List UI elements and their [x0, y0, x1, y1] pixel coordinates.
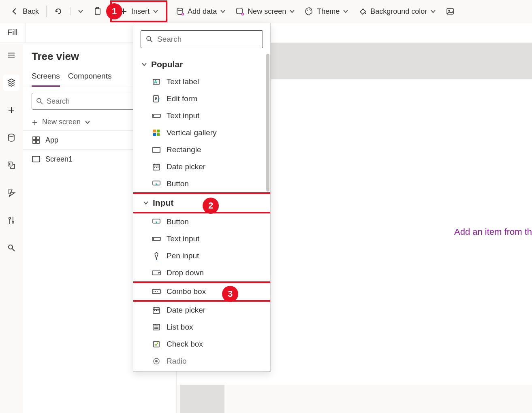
- plus-icon: [32, 119, 38, 126]
- property-selector[interactable]: Fill: [0, 23, 26, 43]
- svg-rect-22: [32, 156, 40, 162]
- tab-components[interactable]: Components: [68, 68, 112, 87]
- insert-item-list-box[interactable]: List box: [133, 319, 270, 336]
- svg-point-42: [155, 291, 156, 292]
- group-label: Input: [153, 198, 173, 208]
- canvas-footer-block: [180, 385, 224, 413]
- chevron-down-icon: [85, 119, 90, 125]
- insert-item-date-picker[interactable]: Date picker: [133, 158, 270, 175]
- image-button[interactable]: [442, 4, 455, 19]
- insert-item-drop-down[interactable]: Drop down: [133, 264, 270, 281]
- background-color-button[interactable]: Background color: [354, 4, 440, 19]
- search-icon: [36, 98, 43, 105]
- svg-rect-46: [156, 310, 157, 311]
- insert-item-button[interactable]: Button: [133, 175, 270, 192]
- calendar-icon: [152, 162, 161, 171]
- chevron-down-icon: [343, 9, 348, 14]
- insert-item-label: Button: [167, 179, 189, 188]
- insert-item-pen-input[interactable]: Pen input: [133, 247, 270, 264]
- insert-item-label: Rectangle: [167, 145, 201, 154]
- insert-item-radio[interactable]: Radio: [133, 353, 270, 370]
- chevron-down-icon: [78, 9, 83, 14]
- search-rail[interactable]: [3, 240, 19, 256]
- combo-box-highlight: Combo box: [133, 281, 270, 302]
- chevron-down-icon: [430, 9, 436, 14]
- insert-item-label: Text input: [167, 234, 199, 243]
- insert-list: Popular Text label Edit form Text input …: [133, 55, 270, 371]
- svg-rect-33: [154, 167, 155, 168]
- insert-item-text-input[interactable]: Text input: [133, 107, 270, 124]
- svg-point-6: [307, 10, 308, 11]
- insert-item-button-2[interactable]: Button: [133, 213, 270, 230]
- svg-point-41: [154, 291, 154, 292]
- pen-icon: [152, 251, 161, 260]
- advanced-tools-rail[interactable]: [3, 212, 19, 228]
- svg-point-15: [12, 221, 14, 223]
- arrow-left-icon: [11, 7, 19, 16]
- insert-item-label: List box: [167, 323, 193, 332]
- insert-item-combo-box[interactable]: Combo box: [135, 283, 269, 300]
- media-rail[interactable]: [3, 157, 19, 173]
- new-screen-button[interactable]: New screen: [231, 4, 299, 19]
- insert-item-date-picker-2[interactable]: Date picker: [133, 302, 270, 319]
- undo-dropdown[interactable]: [74, 5, 88, 17]
- add-data-button[interactable]: Add data: [171, 4, 230, 19]
- theme-button[interactable]: Theme: [301, 4, 353, 19]
- insert-item-label: Button: [167, 217, 189, 226]
- svg-rect-29: [153, 133, 156, 136]
- svg-point-11: [449, 10, 450, 11]
- insert-search[interactable]: [141, 30, 263, 48]
- insert-item-text-label[interactable]: Text label: [133, 73, 270, 90]
- back-label: Back: [23, 7, 39, 16]
- canvas-empty-message: Add an item from th: [454, 227, 532, 237]
- top-toolbar: Back Insert Add data: [0, 0, 532, 23]
- svg-rect-30: [157, 133, 160, 136]
- insert-dropdown-panel: Popular Text label Edit form Text input …: [133, 23, 271, 372]
- paste-button[interactable]: [89, 4, 106, 19]
- undo-button[interactable]: [50, 4, 67, 19]
- insert-item-text-input-2[interactable]: Text input: [133, 230, 270, 247]
- svg-point-17: [37, 98, 41, 102]
- insert-item-label: Drop down: [167, 268, 204, 277]
- svg-rect-49: [154, 341, 159, 347]
- hamburger-button[interactable]: [3, 47, 19, 63]
- combo-box-icon: [152, 287, 161, 296]
- bucket-icon: [358, 7, 367, 16]
- screen-icon: [32, 155, 41, 164]
- data-icon: [175, 7, 184, 16]
- radio-icon: [152, 357, 161, 366]
- edit-form-icon: [152, 94, 161, 103]
- tree-view-rail[interactable]: [3, 75, 19, 91]
- chevron-down-icon: [220, 9, 226, 14]
- insert-item-label: Date picker: [167, 162, 205, 171]
- group-input[interactable]: Input: [135, 194, 269, 212]
- data-rail[interactable]: [3, 130, 19, 146]
- power-automate-rail[interactable]: [3, 185, 19, 201]
- new-screen-label: New screen: [248, 7, 286, 16]
- back-button[interactable]: Back: [6, 4, 43, 19]
- callout-badge-3: 3: [222, 286, 238, 302]
- button-icon: [152, 217, 161, 226]
- chevron-down-icon: [289, 9, 295, 14]
- insert-item-vertical-gallery[interactable]: Vertical gallery: [133, 124, 270, 141]
- insert-item-check-box[interactable]: Check box: [133, 336, 270, 353]
- theme-label: Theme: [317, 7, 340, 16]
- svg-rect-19: [36, 137, 39, 140]
- text-input-icon: [152, 111, 161, 120]
- insert-item-label: Radio: [167, 357, 187, 366]
- svg-point-16: [9, 245, 13, 249]
- group-popular[interactable]: Popular: [133, 55, 270, 73]
- svg-rect-4: [237, 8, 242, 14]
- insert-search-input[interactable]: [157, 35, 258, 44]
- svg-rect-28: [157, 130, 160, 132]
- insert-item-label: Pen input: [167, 251, 199, 260]
- svg-point-43: [157, 291, 158, 292]
- insert-item-edit-form[interactable]: Edit form: [133, 90, 270, 107]
- tab-screens[interactable]: Screens: [32, 68, 60, 87]
- insert-scrollbar[interactable]: [266, 54, 269, 192]
- insert-rail[interactable]: [3, 102, 19, 118]
- svg-rect-31: [153, 147, 160, 152]
- insert-item-rectangle[interactable]: Rectangle: [133, 141, 270, 158]
- tree-item-label: App: [45, 136, 58, 145]
- rectangle-icon: [152, 145, 161, 154]
